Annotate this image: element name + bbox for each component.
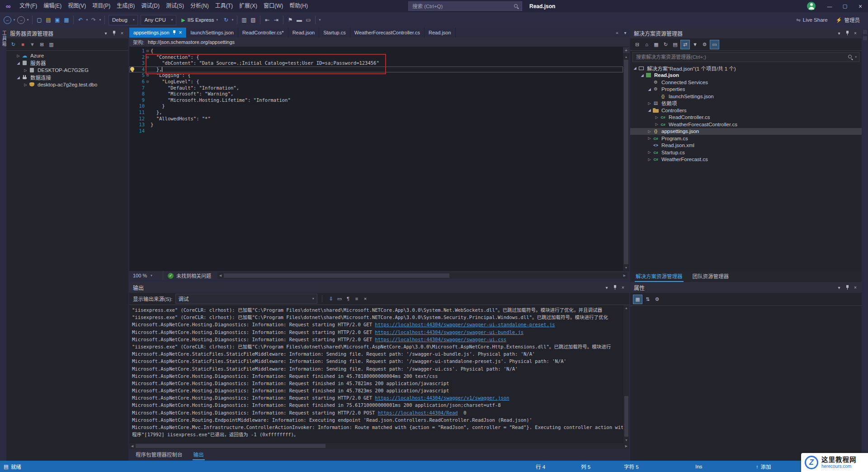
tree-item[interactable]: ▷ ReadController.cs bbox=[630, 114, 862, 121]
tree-item[interactable]: ◢ Controllers bbox=[630, 107, 862, 114]
expander-arrow-icon[interactable]: ◢ bbox=[632, 66, 638, 70]
menu-item[interactable]: 帮助(H) bbox=[286, 0, 311, 12]
preview-selected-icon[interactable]: ▭ bbox=[710, 40, 719, 49]
tree-item[interactable]: ▷ WeatherForecastController.cs bbox=[630, 121, 862, 128]
close-icon[interactable]: × bbox=[619, 284, 627, 291]
fold-marker-icon[interactable] bbox=[145, 60, 151, 67]
output-horizontal-scrollbar[interactable] bbox=[129, 443, 629, 449]
code-text[interactable] bbox=[151, 128, 623, 134]
stop-refresh-icon[interactable]: ■ bbox=[19, 40, 27, 49]
cancel-icon[interactable]: × bbox=[361, 295, 370, 303]
minimize-button[interactable] bbox=[822, 0, 837, 12]
code-text[interactable]: }, bbox=[151, 110, 623, 116]
find-in-files-icon[interactable]: ▥ bbox=[240, 15, 249, 24]
user-avatar[interactable] bbox=[807, 2, 816, 10]
fold-marker-icon[interactable] bbox=[145, 91, 151, 97]
code-line[interactable]: 12 "AllowedHosts": "*" bbox=[129, 116, 623, 122]
menu-item[interactable]: 编辑(E) bbox=[40, 0, 65, 12]
jump-to-message-icon[interactable]: ⇩ bbox=[327, 295, 335, 303]
scrollbar-thumb[interactable] bbox=[624, 60, 628, 264]
code-line[interactable]: 11 }, bbox=[129, 110, 623, 116]
quick-search-box[interactable] bbox=[408, 1, 522, 11]
fold-marker-icon[interactable] bbox=[145, 97, 151, 104]
code-line[interactable]: 8 "Microsoft": "Warning", bbox=[129, 91, 623, 97]
dropdown-caret-icon[interactable]: ▾ bbox=[12, 15, 16, 24]
code-line[interactable]: 9 "Microsoft.Hosting.Lifetime": "Informa… bbox=[129, 97, 623, 104]
tree-item[interactable]: ▷ desktop-ac7g2eg.test.dbo bbox=[6, 81, 128, 88]
toolbar-overflow-icon[interactable]: ▾ bbox=[318, 15, 322, 24]
live-share-button[interactable]: Live Share bbox=[796, 17, 828, 23]
close-icon[interactable]: × bbox=[118, 29, 126, 37]
search-input[interactable] bbox=[411, 3, 514, 10]
tree-item[interactable]: ▷ WeatherForecast.cs bbox=[630, 156, 862, 163]
menu-item[interactable]: 视图(V) bbox=[65, 0, 89, 12]
editor-tab[interactable]: Read.json × bbox=[288, 28, 320, 38]
fold-marker-icon[interactable] bbox=[145, 85, 151, 91]
tree-item[interactable]: ▷ Startup.cs bbox=[630, 149, 862, 156]
increase-indent-icon[interactable]: ⇥ bbox=[272, 15, 281, 24]
show-all-files-icon[interactable]: ▤ bbox=[671, 40, 679, 49]
task-list-icon[interactable] bbox=[4, 463, 9, 470]
code-line[interactable]: 6 ⊟ "LogLevel": { bbox=[129, 79, 623, 85]
pin-icon[interactable] bbox=[845, 285, 849, 290]
pin-icon[interactable] bbox=[845, 30, 849, 36]
expander-arrow-icon[interactable]: ▷ bbox=[646, 136, 652, 140]
expander-arrow-icon[interactable]: ▷ bbox=[646, 157, 652, 162]
bookmark-icon[interactable]: ⚑ bbox=[286, 15, 295, 24]
new-project-icon[interactable]: ▢ bbox=[35, 15, 44, 24]
panel-tab[interactable]: 解决方案资源管理器 bbox=[635, 271, 684, 282]
fold-marker-icon[interactable] bbox=[145, 67, 151, 73]
schema-value-dropdown[interactable]: http://json.schemastore.org/appsettings bbox=[148, 39, 235, 45]
zoom-dropdown[interactable]: 100 % bbox=[129, 271, 163, 280]
scrollbar-thumb[interactable] bbox=[224, 273, 449, 278]
menu-item[interactable]: 测试(S) bbox=[163, 0, 187, 12]
debug-target-dropdown[interactable]: Debug bbox=[108, 15, 138, 25]
code-line[interactable]: 10 } bbox=[129, 103, 623, 110]
filter-icon[interactable]: ▼ bbox=[28, 40, 37, 49]
output-vertical-scrollbar[interactable] bbox=[623, 305, 629, 443]
fold-marker-icon[interactable] bbox=[145, 122, 151, 128]
output-log[interactable]: "iisexpress.exe" (CoreCLR: clrhost): 已加载… bbox=[129, 305, 629, 443]
tree-item[interactable]: ◢ 数据连接 bbox=[6, 74, 128, 81]
tree-item[interactable]: ▷ DESKTOP-AC7G2EG bbox=[6, 67, 128, 74]
code-text[interactable]: "dbContent": "Data Source=.;Initial Cata… bbox=[151, 60, 623, 67]
log-link[interactable]: https://localhost:44304/swagger/swagger-… bbox=[375, 329, 524, 335]
tree-item[interactable]: ▷ Azure bbox=[6, 52, 128, 59]
editor-vertical-scrollbar[interactable]: + bbox=[623, 47, 629, 271]
code-text[interactable]: "LogLevel": { bbox=[151, 79, 623, 85]
log-link[interactable]: https://localhost:44304/swagger/swagger-… bbox=[375, 337, 506, 342]
split-window-handle[interactable]: + bbox=[623, 47, 629, 54]
code-line[interactable]: 5 ⊟ "Logging": { bbox=[129, 72, 623, 79]
window-position-icon[interactable] bbox=[835, 29, 843, 37]
code-text[interactable]: "AllowedHosts": "*" bbox=[151, 116, 623, 122]
expander-arrow-icon[interactable]: ▷ bbox=[646, 150, 652, 154]
panel-tab[interactable]: 程序包管理器控制台 bbox=[135, 449, 184, 460]
run-iis-express-button[interactable]: IIS Express bbox=[178, 17, 222, 23]
fold-marker-icon[interactable] bbox=[145, 110, 151, 116]
expander-arrow-icon[interactable]: ▷ bbox=[23, 83, 28, 87]
decrease-indent-icon[interactable]: ⇤ bbox=[263, 15, 272, 24]
solution-explorer-icon[interactable]: ▧ bbox=[249, 15, 258, 24]
code-line[interactable]: 13 } bbox=[129, 122, 623, 128]
menu-item[interactable]: 窗口(W) bbox=[260, 0, 286, 12]
solution-search-box[interactable] bbox=[632, 52, 859, 62]
scroll-left-icon[interactable] bbox=[129, 443, 135, 449]
window-position-icon[interactable] bbox=[603, 284, 610, 291]
log-link[interactable]: https://localhost:44304/swagger/v1/swagg… bbox=[375, 395, 509, 400]
code-text[interactable]: "Microsoft.Hosting.Lifetime": "Informati… bbox=[151, 97, 623, 104]
editor-tab[interactable]: ReadController.cs* × bbox=[238, 28, 288, 38]
maximize-button[interactable] bbox=[837, 0, 853, 12]
menu-item[interactable]: 调试(D) bbox=[138, 0, 163, 12]
log-link[interactable]: https://localhost:44304/Read bbox=[378, 410, 458, 415]
scroll-right-icon[interactable] bbox=[622, 272, 627, 279]
output-source-dropdown[interactable]: 调试 bbox=[175, 294, 317, 304]
comment-icon[interactable]: ▬ bbox=[295, 15, 304, 24]
lightbulb-icon[interactable] bbox=[130, 67, 134, 71]
scroll-up-icon[interactable] bbox=[623, 305, 629, 311]
menu-item[interactable]: 工具(T) bbox=[212, 0, 236, 12]
expander-arrow-icon[interactable]: ◢ bbox=[646, 87, 652, 91]
home-icon[interactable]: ⌂ bbox=[642, 40, 651, 49]
nav-back-icon[interactable]: ← bbox=[4, 16, 11, 24]
pin-icon[interactable] bbox=[613, 285, 617, 290]
close-window-button[interactable] bbox=[853, 0, 868, 12]
